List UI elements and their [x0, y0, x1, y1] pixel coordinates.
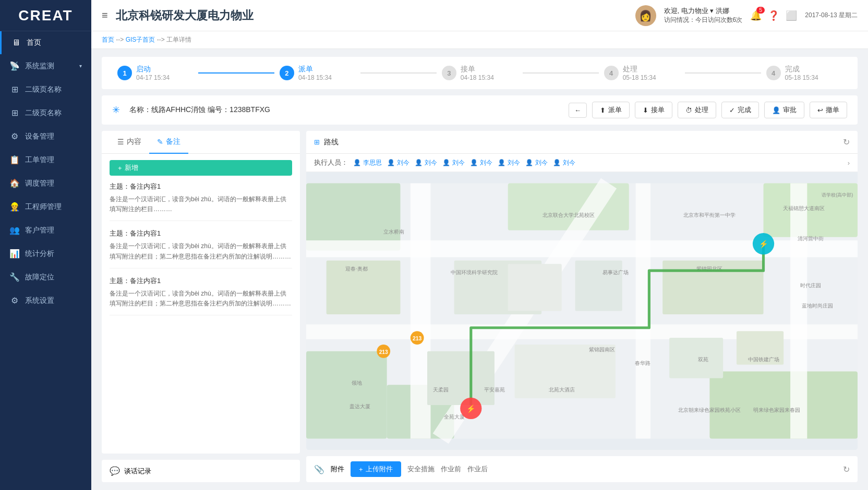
visit-info: 访问情况：今日访问次数6次: [664, 16, 743, 24]
person-icon-6: 👤: [498, 159, 505, 166]
notification-bell[interactable]: 🔔 5: [750, 10, 762, 21]
executor-2: 👤 刘今: [387, 158, 409, 167]
work-order-icon: ✳: [112, 104, 120, 116]
note-item-2: 主题：备注内容1 备注是一个汉语词汇，读音为bèi zhù。词语的一般解释表册上…: [110, 229, 292, 268]
svg-text:213: 213: [379, 349, 388, 355]
step-2-info: 派单 04-18 15:34: [298, 65, 332, 81]
help-icon[interactable]: ❓: [768, 10, 779, 21]
process-icon: ⏱: [685, 106, 692, 114]
note-2-content: 备注是一个汉语词汇，读音为bèi zhù。词语的一般解释表册上供填写附注的栏目；…: [110, 241, 292, 261]
svg-text:中国环境科学研究院: 中国环境科学研究院: [451, 270, 498, 275]
add-note-button[interactable]: + 新增: [110, 160, 292, 176]
map-container: 迎春·奥都 中国环境科学研究院 易事达广场 紫锦园北区 领地 盖达大厦 天柔园 …: [306, 172, 858, 450]
back-button[interactable]: ←: [569, 103, 587, 118]
sidebar-item-9[interactable]: 📊 统计分析: [0, 242, 91, 265]
svg-text:蓝地时尚庄园: 蓝地时尚庄园: [802, 303, 833, 309]
note-2-title: 主题：备注内容1: [110, 229, 292, 238]
steps-bar: 1 启动 04-17 15:34 2 派单 04-18 15:34 3: [102, 57, 858, 89]
tab-bar: ☰ 内容 ✎ 备注: [102, 131, 300, 154]
svg-text:⚡
              
             : ⚡ @: [759, 239, 768, 249]
left-panel: ☰ 内容 ✎ 备注 + 新增 主题：备注内容1: [102, 131, 300, 482]
dispatch-button[interactable]: ⬆ 派单: [592, 102, 630, 118]
notes-card: ☰ 内容 ✎ 备注 + 新增 主题：备注内容1: [102, 131, 300, 454]
process-button[interactable]: ⏱ 处理: [678, 102, 716, 118]
sidebar-item-7[interactable]: 👷 工程师管理: [0, 195, 91, 218]
step-5-circle: 4: [766, 66, 781, 80]
sidebar-label-7: 工程师管理: [25, 202, 62, 212]
svg-rect-18: [575, 261, 622, 311]
sidebar-item-5[interactable]: 📋 工单管理: [0, 148, 91, 172]
person-icon-7: 👤: [525, 159, 533, 166]
breadcrumb: 首页 --> GIS子首页 --> 工单详情: [91, 31, 868, 49]
person-icon-8: 👤: [553, 159, 561, 166]
menu-icon[interactable]: ≡: [102, 9, 108, 21]
sidebar-label-0: 首页: [27, 38, 41, 47]
step-3: 3 接单 04-18 15:34: [442, 65, 517, 81]
sidebar-item-11[interactable]: ⚙ 系统设置: [0, 289, 91, 312]
step-3-name: 接单: [461, 65, 494, 74]
content-area: 1 启动 04-17 15:34 2 派单 04-18 15:34 3: [91, 49, 868, 490]
right-panel: ⊞ 路线 ↻ 执行人员： 👤 李思思 👤 刘今: [306, 131, 858, 482]
step-4-time: 05-18 15:34: [623, 74, 656, 81]
notes-tab-icon: ✎: [157, 138, 163, 146]
step-4-info: 处理 05-18 15:34: [623, 65, 656, 81]
svg-text:时代庄园: 时代庄园: [800, 283, 821, 288]
svg-text:北京联合大学北苑校区: 北京联合大学北苑校区: [542, 212, 595, 218]
note-3-content: 备注是一个汉语词汇，读音为bèi zhù。词语的一般解释表册上供填写附注的栏目；…: [110, 289, 292, 309]
tab-notes[interactable]: ✎ 备注: [149, 131, 188, 154]
svg-text:北京市和平衔第一中学: 北京市和平衔第一中学: [683, 212, 736, 218]
breadcrumb-home[interactable]: 首页: [102, 36, 114, 43]
note-1-title: 主题：备注内容1: [110, 182, 292, 191]
settings-icon[interactable]: ⬜: [786, 10, 797, 21]
before-work-link[interactable]: 作业前: [441, 464, 461, 474]
user-info: 欢迎, 电力物业 ▾ 洪娜 访问情况：今日访问次数6次: [664, 6, 743, 24]
executors-bar: 执行人员： 👤 李思思 👤 刘今 👤 刘今: [306, 154, 858, 172]
attachment-refresh-icon[interactable]: ↻: [843, 464, 850, 474]
note-1-content: 备注是一个汉语词汇，读音为bèi zhù。词语的一般解释表册上供填写附注的栏目……: [110, 194, 292, 214]
svg-text:全苑大厦: 全苑大厦: [444, 414, 465, 420]
sidebar-item-8[interactable]: 👥 客户管理: [0, 218, 91, 242]
route-card: ⊞ 路线 ↻ 执行人员： 👤 李思思 👤 刘今: [306, 131, 858, 450]
sidebar-item-1[interactable]: 📡 系统监测 ▾: [0, 54, 91, 78]
sidebar-icon-9: 📊: [9, 249, 20, 259]
sidebar-item-4[interactable]: ⚙ 设备管理: [0, 125, 91, 148]
svg-text:平安嘉苑: 平安嘉苑: [484, 387, 505, 393]
tab-content[interactable]: ☰ 内容: [110, 131, 149, 154]
step-5: 4 完成 05-18 15:34: [766, 65, 842, 81]
sidebar-icon-5: 📋: [9, 155, 20, 165]
svg-text:北京朝来绿色家园秩苑小区: 北京朝来绿色家园秩苑小区: [678, 407, 741, 413]
content-tab-icon: ☰: [117, 138, 124, 146]
step-4-name: 处理: [623, 65, 656, 74]
svg-text:领地: 领地: [352, 380, 362, 386]
sidebar-item-2[interactable]: ⊞ 二级页名称: [0, 78, 91, 101]
approve-icon: 👤: [772, 106, 780, 114]
complete-button[interactable]: ✓ 完成: [721, 102, 759, 118]
executors-label: 执行人员：: [314, 158, 348, 167]
sidebar-icon-2: ⊞: [9, 84, 20, 94]
sidebar-item-0[interactable]: 🖥 首页: [0, 31, 91, 54]
sidebar-label-8: 客户管理: [25, 226, 54, 235]
approve-button[interactable]: 👤 审批: [764, 102, 804, 118]
breadcrumb-gis[interactable]: GIS子首页: [126, 36, 155, 43]
logo-text: CREAT: [18, 7, 73, 24]
refresh-icon[interactable]: ↻: [843, 137, 850, 147]
sidebar-label-9: 统计分析: [25, 249, 54, 259]
accept-button[interactable]: ⬇ 接单: [635, 102, 672, 118]
executor-5: 👤 刘今: [470, 158, 492, 167]
svg-rect-4: [709, 372, 858, 439]
svg-text:213: 213: [413, 336, 421, 341]
after-work-link[interactable]: 作业后: [467, 464, 488, 474]
executor-scroll-right[interactable]: ›: [848, 159, 850, 167]
sidebar-item-10[interactable]: 🔧 故障定位: [0, 265, 91, 289]
sidebar-icon-7: 👷: [9, 202, 20, 212]
sidebar-item-6[interactable]: 🏠 调度管理: [0, 172, 91, 195]
sidebar-arrow-1: ▾: [79, 63, 82, 69]
cancel-button[interactable]: ↩ 撤单: [810, 102, 847, 118]
safety-measures-link[interactable]: 安全措施: [407, 464, 435, 474]
sidebar-item-3[interactable]: ⊞ 二级页名称: [0, 101, 91, 125]
upload-button[interactable]: + 上传附件: [351, 461, 401, 477]
sidebar-icon-3: ⊞: [9, 108, 20, 118]
sidebar-label-4: 设备管理: [25, 132, 54, 141]
svg-rect-17: [508, 264, 562, 311]
header-icons: 🔔 5 ❓ ⬜: [750, 10, 797, 21]
